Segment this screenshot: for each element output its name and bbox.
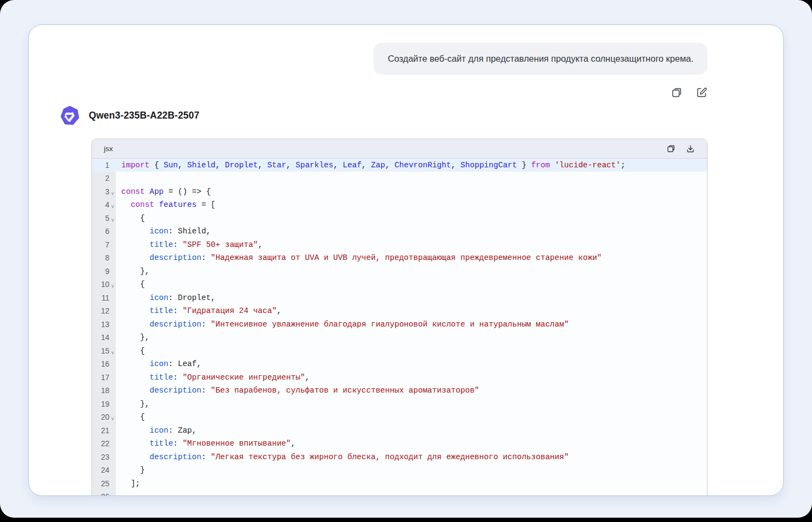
fold-spacer bbox=[109, 318, 116, 331]
code-line-text: title: "Гидратация 24 часа", bbox=[116, 304, 281, 318]
fold-spacer bbox=[109, 384, 116, 397]
fold-spacer bbox=[109, 437, 116, 451]
code-line: 2 bbox=[92, 172, 707, 185]
line-number: 5 bbox=[92, 212, 109, 225]
code-line-text: description: "Интенсивное увлажнение бла… bbox=[116, 318, 569, 331]
code-line-text: ]; bbox=[116, 477, 140, 491]
code-line: 23 description: "Легкая текстура без жир… bbox=[92, 451, 707, 464]
line-number: 8 bbox=[92, 251, 109, 265]
code-line: 15∨ { bbox=[92, 344, 707, 358]
code-line-text: icon: Zap, bbox=[116, 424, 197, 438]
copy-icon bbox=[666, 144, 676, 153]
fold-spacer bbox=[109, 464, 116, 477]
code-line: 25 ]; bbox=[92, 477, 707, 491]
code-line: 8 description: "Надежная защита от UVA и… bbox=[92, 251, 707, 265]
code-line: 22 title: "Мгновенное впитывание", bbox=[92, 437, 707, 451]
app-root: { "chat": { "user_message": "Создайте ве… bbox=[0, 0, 812, 522]
code-editor-body: 1import { Sun, Shield, Droplet, Star, Sp… bbox=[92, 159, 707, 496]
code-line-text: }, bbox=[116, 331, 149, 344]
code-line: 17 title: "Органические ингредиенты", bbox=[92, 371, 707, 384]
line-number: 24 bbox=[92, 464, 109, 477]
code-lines: 1import { Sun, Shield, Droplet, Star, Sp… bbox=[92, 159, 707, 496]
line-number: 15 bbox=[92, 344, 109, 358]
line-number: 1 bbox=[92, 159, 109, 172]
code-line-text: { bbox=[116, 212, 145, 225]
assistant-header: Qwen3-235B-A22B-2507 bbox=[59, 105, 708, 127]
fold-chevron-down-icon[interactable]: ∨ bbox=[109, 185, 116, 199]
line-number: 4 bbox=[92, 198, 109, 212]
code-line-text: description: "Надежная защита от UVA и U… bbox=[116, 251, 602, 265]
code-line-text: title: "Мгновенное впитывание", bbox=[116, 437, 296, 451]
line-number: 19 bbox=[92, 397, 109, 411]
fold-chevron-down-icon[interactable]: ∨ bbox=[109, 212, 116, 225]
code-line-text: icon: Leaf, bbox=[116, 357, 201, 371]
copy-icon bbox=[671, 87, 683, 99]
line-number: 16 bbox=[92, 357, 109, 371]
fold-spacer bbox=[109, 331, 116, 344]
code-block: jsx bbox=[91, 139, 708, 496]
code-line: 7 title: "SPF 50+ защита", bbox=[92, 238, 707, 252]
code-line-text: } bbox=[116, 464, 145, 477]
code-line: 11 icon: Droplet, bbox=[92, 291, 707, 305]
code-line: 1import { Sun, Shield, Droplet, Star, Sp… bbox=[92, 159, 707, 172]
fold-spacer bbox=[109, 225, 116, 238]
code-line: 13 description: "Интенсивное увлажнение … bbox=[92, 318, 707, 331]
code-line-text: const App = () => { bbox=[116, 185, 211, 199]
download-code-button[interactable] bbox=[686, 144, 695, 153]
code-line-text: title: "SPF 50+ защита", bbox=[116, 238, 263, 252]
fold-spacer bbox=[109, 477, 116, 491]
fold-chevron-down-icon[interactable]: ∨ bbox=[109, 344, 116, 358]
chat-card: Создайте веб-сайт для представления прод… bbox=[28, 24, 784, 496]
copy-code-button[interactable] bbox=[666, 144, 676, 153]
fold-spacer bbox=[109, 238, 116, 252]
chat-page-background: Создайте веб-сайт для представления прод… bbox=[0, 0, 812, 518]
code-line: 18 description: "Без парабенов, сульфато… bbox=[92, 384, 707, 397]
message-actions bbox=[59, 87, 708, 100]
code-line-text: { bbox=[116, 278, 145, 291]
line-number: 2 bbox=[92, 172, 109, 185]
line-number: 21 bbox=[92, 424, 109, 438]
line-number: 14 bbox=[92, 331, 109, 344]
fold-spacer bbox=[109, 451, 116, 464]
code-line: 14 }, bbox=[92, 331, 707, 344]
line-number: 12 bbox=[92, 304, 109, 318]
edit-icon bbox=[696, 87, 708, 99]
chat-content-column: Создайте веб-сайт для представления прод… bbox=[59, 43, 708, 496]
fold-chevron-down-icon[interactable]: ∨ bbox=[109, 410, 116, 424]
line-number: 26 bbox=[92, 490, 109, 496]
code-line: 5∨ { bbox=[92, 212, 707, 225]
download-icon bbox=[686, 144, 695, 153]
line-number: 3 bbox=[92, 185, 109, 199]
copy-message-button[interactable] bbox=[671, 87, 683, 99]
code-line-text: }, bbox=[116, 265, 149, 278]
code-line: 3∨const App = () => { bbox=[92, 185, 707, 199]
code-line: 12 title: "Гидратация 24 часа", bbox=[92, 304, 707, 318]
fold-spacer bbox=[109, 304, 116, 318]
fold-spacer bbox=[109, 159, 116, 172]
code-line: 4∨ const features = [ bbox=[92, 198, 707, 212]
fold-chevron-down-icon[interactable]: ∨ bbox=[109, 278, 116, 291]
code-line: 19 }, bbox=[92, 397, 707, 411]
code-line-text bbox=[116, 490, 121, 496]
code-line-text bbox=[116, 172, 121, 185]
line-number: 23 bbox=[92, 451, 109, 464]
fold-chevron-down-icon[interactable]: ∨ bbox=[109, 198, 116, 212]
line-number: 7 bbox=[92, 238, 109, 252]
edit-message-button[interactable] bbox=[696, 87, 708, 99]
code-language-label: jsx bbox=[104, 145, 113, 153]
line-number: 9 bbox=[92, 265, 109, 278]
line-number: 17 bbox=[92, 371, 109, 384]
fold-spacer bbox=[109, 424, 116, 438]
fold-spacer bbox=[109, 357, 116, 371]
fold-spacer bbox=[109, 490, 116, 496]
code-block-header: jsx bbox=[92, 139, 707, 159]
model-name: Qwen3-235B-A22B-2507 bbox=[89, 110, 199, 121]
qwen-logo-icon bbox=[59, 105, 81, 127]
code-line: 21 icon: Zap, bbox=[92, 424, 707, 438]
code-line-text: icon: Shield, bbox=[116, 225, 211, 238]
fold-spacer bbox=[109, 371, 116, 384]
code-line-text: { bbox=[116, 344, 145, 358]
line-number: 13 bbox=[92, 318, 109, 331]
line-number: 18 bbox=[92, 384, 109, 397]
code-line-text: icon: Droplet, bbox=[116, 291, 215, 305]
